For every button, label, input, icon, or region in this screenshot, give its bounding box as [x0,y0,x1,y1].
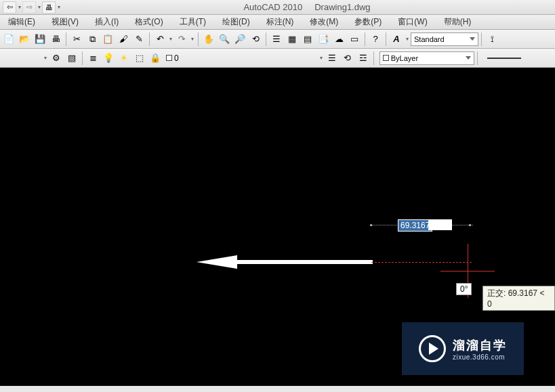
textstyle-icon[interactable]: A [389,32,404,47]
menu-format[interactable]: 格式(O) [127,16,171,28]
layer-lock-icon[interactable]: 🔒 [148,51,163,66]
separator [365,32,365,46]
nav-back-dropdown[interactable]: ▾ [17,4,22,10]
pan-icon[interactable]: ✋ [201,32,216,47]
menu-draw[interactable]: 绘图(D) [214,16,258,28]
undo-icon[interactable]: ↶ [152,32,167,47]
paste-icon[interactable]: 📋 [100,32,115,47]
layer-on-icon[interactable]: 💡 [101,51,116,66]
textstyle-combo[interactable]: Standard [411,32,478,46]
separator [481,32,482,46]
menu-param[interactable]: 参数(P) [346,16,390,28]
separator [66,32,66,46]
qnew-icon[interactable]: 📄 [1,32,16,47]
separator [198,32,199,46]
lineweight-preview[interactable] [487,58,521,59]
separator [477,51,478,65]
menu-window[interactable]: 窗口(W) [390,16,435,28]
nav-forward-button[interactable]: ⇨ [22,1,36,14]
properties-icon[interactable]: ☰ [269,32,284,47]
color-swatch [383,55,389,61]
dimension-input[interactable]: 69.3167 [398,219,432,232]
watermark: 溜溜自学 zixue.3d66.com [402,322,524,375]
separator [373,51,374,65]
app-name: AutoCAD 2010 [243,2,302,12]
menu-tools[interactable]: 工具(T) [171,16,214,28]
plot-icon[interactable]: 🖶 [48,32,63,47]
separator [82,51,83,65]
arrow-shaft [237,260,373,264]
menu-insert[interactable]: 插入(I) [87,16,127,28]
combo-dropdown[interactable]: ▾ [43,55,48,61]
menu-edit[interactable]: 编辑(E) [0,16,43,28]
layer-vp-icon[interactable]: ⬚ [132,51,147,66]
layerstate-icon[interactable]: ☰ [325,51,340,66]
nav-back-button[interactable]: ⇦ [3,1,16,14]
undo-dropdown[interactable]: ▾ [168,36,173,42]
layer-current[interactable]: 0 [163,53,182,63]
zoom-previous-icon[interactable]: ⟲ [248,32,263,47]
chevron-down-icon [470,37,475,41]
layerprops-icon[interactable]: ≣ [85,51,100,66]
layer-name: 0 [174,53,179,63]
layerprev-icon[interactable]: ⟲ [340,51,355,66]
blockeditor-icon[interactable]: ✎ [131,32,146,47]
file-name: Drawing1.dwg [314,2,370,12]
play-icon [419,335,446,362]
toolbar-main: 📄 📂 💾 🖶 ✂ ⧉ 📋 🖌 ✎ ↶ ▾ ↷ ▾ ✋ 🔍 🔎 ⟲ ☰ ▦ ▤ … [0,30,555,49]
play-triangle-icon [429,343,438,355]
zoom-window-icon[interactable]: 🔎 [232,32,247,47]
bylayer-label: ByLayer [391,54,418,62]
gear-icon[interactable]: ⚙ [49,51,64,66]
separator [386,32,386,46]
toolpalettes-icon[interactable]: ▤ [300,32,315,47]
dsgncenter-icon[interactable]: ▦ [285,32,300,47]
titlebar: ⇦ ▾ ⇨ ▾ 🖶 ▾ AutoCAD 2010 Drawing1.dwg [0,0,555,15]
tracking-tooltip: 正交: 69.3167 < 0 [482,286,555,311]
print-dropdown[interactable]: ▾ [56,4,62,10]
arrow-head [197,255,237,269]
copy-icon[interactable]: ⧉ [85,32,100,47]
help-icon[interactable]: ? [368,32,383,47]
dimension-input-extra [428,219,452,230]
menu-help[interactable]: 帮助(H) [436,16,480,28]
layer-freeze-icon[interactable]: ☀ [117,51,131,66]
zoom-realtime-icon[interactable]: 🔍 [217,32,232,47]
drawing-canvas[interactable]: 69.3167 0° 正交: 69.3167 < 0 溜溜自学 zixue.3d… [0,68,555,386]
markup-icon[interactable]: ☁ [331,32,346,47]
sheetset-icon[interactable]: 📑 [316,32,331,47]
textstyle-dropdown[interactable]: ▾ [405,36,410,42]
menu-dimension[interactable]: 标注(N) [258,16,302,28]
separator [149,32,150,46]
layer-iso-icon[interactable]: ▧ [64,51,79,66]
layer-dropdown[interactable]: ▾ [318,55,324,61]
rubber-band-line [371,262,472,263]
guide-tick [370,224,372,226]
window-title: AutoCAD 2010 Drawing1.dwg [62,2,552,12]
save-icon[interactable]: 💾 [33,32,47,47]
textstyle-label: Standard [414,35,445,43]
open-icon[interactable]: 📂 [17,32,32,47]
cut-icon[interactable]: ✂ [69,32,84,47]
guide-tick [469,224,471,226]
watermark-url: zixue.3d66.com [453,353,505,361]
toolbar-layers: ▾ ⚙ ▧ ≣ 💡 ☀ ⬚ 🔒 0 ▾ ☰ ⟲ ☲ ByLayer [0,49,555,68]
redo-icon[interactable]: ↷ [174,32,189,47]
redo-dropdown[interactable]: ▾ [190,36,195,42]
print-button[interactable]: 🖶 [42,1,56,14]
separator [266,32,266,46]
menu-view[interactable]: 视图(V) [43,16,87,28]
chevron-down-icon [466,56,471,60]
watermark-text: 溜溜自学 zixue.3d66.com [453,337,507,361]
dimstyle-icon[interactable]: ⟟ [485,32,499,47]
nav-forward-dropdown[interactable]: ▾ [37,4,42,10]
layer-color-swatch [166,55,172,61]
menubar: 编辑(E) 视图(V) 插入(I) 格式(O) 工具(T) 绘图(D) 标注(N… [0,15,555,30]
matchprop-icon[interactable]: 🖌 [116,32,131,47]
calculator-icon[interactable]: ▭ [347,32,362,47]
colorlayer-combo[interactable]: ByLayer [379,51,474,65]
layermatch-icon[interactable]: ☲ [356,51,371,66]
angle-display: 0° [456,283,472,295]
watermark-title: 溜溜自学 [453,337,507,353]
menu-modify[interactable]: 修改(M) [302,16,346,28]
